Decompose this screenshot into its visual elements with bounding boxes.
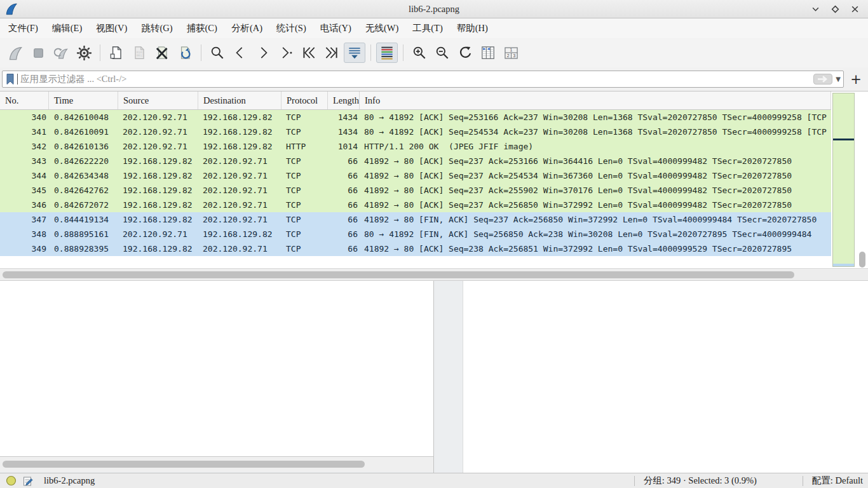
restart-capture-button[interactable] [50,43,72,63]
zoom-out-button[interactable] [431,43,453,63]
menu-item-capture[interactable]: 捕获(C) [180,18,224,38]
vertical-scrollbar-thumb[interactable] [859,252,865,268]
menu-item-file[interactable]: 文件(F) [1,18,45,38]
column-header-info[interactable]: Info [360,92,831,109]
svg-text:3: 3 [513,53,515,58]
menu-item-telephony[interactable]: 电话(Y) [313,18,358,38]
go-to-packet-icon [278,44,294,61]
packet-row[interactable]: 3470.844419134192.168.129.82202.120.92.7… [0,212,831,227]
packet-info: 41892 → 80 [ACK] Seq=237 Ack=255902 Win=… [360,183,831,198]
capture-comment-icon[interactable] [23,475,34,487]
pane-layout-icon: 123 [503,44,520,62]
zoom-reset-button[interactable] [454,43,476,63]
start-capture-button[interactable] [4,43,26,63]
column-header-protocol[interactable]: Protocol [281,92,328,109]
close-file-button[interactable] [151,43,173,63]
packet-time: 0.842672072 [49,198,118,212]
menu-item-analyze[interactable]: 分析(A) [224,18,269,38]
packet-row[interactable]: 3440.842634348192.168.129.82202.120.92.7… [0,168,831,183]
packet-destination: 202.120.92.71 [198,168,281,183]
packet-source: 192.168.129.82 [118,168,198,183]
bookmark-icon[interactable] [6,73,15,85]
packet-no: 340 [0,110,49,125]
column-header-no[interactable]: No. [0,92,49,109]
column-header-source[interactable]: Source [118,92,198,109]
last-packet-icon [323,44,340,61]
details-hscrollbar-thumb[interactable] [3,461,365,468]
close-icon[interactable] [850,4,859,13]
intelligent-scrollbar-map[interactable] [832,93,855,267]
packet-details-pane[interactable] [0,281,433,457]
go-last-packet-button[interactable] [321,43,342,63]
packet-destination: 192.168.129.82 [198,125,281,139]
packet-info: 80 → 41892 [FIN, ACK] Seq=256850 Ack=238… [360,227,831,241]
packet-row[interactable]: 3430.842622220192.168.129.82202.120.92.7… [0,154,831,168]
packet-row[interactable]: 3450.842642762192.168.129.82202.120.92.7… [0,183,831,198]
display-filter-input[interactable]: 应用显示过滤器 ... <Ctrl-/> ▼ [2,71,844,88]
expert-info-icon[interactable] [6,475,17,486]
apply-filter-icon[interactable] [813,74,832,85]
packet-info: 80 → 41892 [ACK] Seq=253166 Ack=237 Win=… [360,110,831,125]
detail-panes [0,281,868,473]
column-header-destination[interactable]: Destination [198,92,281,109]
hscrollbar-thumb[interactable] [3,271,794,278]
menu-item-help[interactable]: 帮助(H) [450,18,495,38]
status-profile[interactable]: 配置: Default [812,475,863,487]
packet-row[interactable]: 3460.842672072192.168.129.82202.120.92.7… [0,198,831,212]
menu-item-tools[interactable]: 工具(T) [405,18,450,38]
save-file-button[interactable]: 01010011 [128,43,150,63]
packet-info: 41892 → 80 [ACK] Seq=237 Ack=256850 Win=… [360,198,831,212]
menu-item-statistics[interactable]: 统计(S) [269,18,313,38]
packet-row[interactable]: 3490.888928395192.168.129.82202.120.92.7… [0,241,831,256]
column-header-length[interactable]: Length [328,92,360,109]
toolbar-separator [100,44,100,61]
zoom-in-button[interactable] [409,43,430,63]
colorize-packets-button[interactable] [376,43,398,63]
wireshark-fin-icon [7,44,24,62]
zoom-in-icon [411,44,428,61]
column-header-time[interactable]: Time [49,92,118,109]
menu-item-view[interactable]: 视图(V) [89,18,134,38]
packet-row[interactable]: 3400.842610048202.120.92.71192.168.129.8… [0,110,831,125]
capture-options-button[interactable] [73,43,95,63]
window-title: lib6-2.pcapng [0,4,868,15]
packet-protocol: TCP [281,125,328,139]
minimize-icon[interactable] [811,4,820,13]
menu-item-wireless[interactable]: 无线(W) [358,18,405,38]
go-forward-button[interactable] [252,43,274,63]
packet-row[interactable]: 3420.842610136202.120.92.71192.168.129.8… [0,139,831,154]
svg-text:0011: 0011 [137,53,144,57]
find-packet-button[interactable] [207,43,228,63]
reload-file-button[interactable] [174,43,196,63]
go-to-packet-button[interactable] [275,43,297,63]
go-back-button[interactable] [229,43,251,63]
packet-row[interactable]: 3480.888895161202.120.92.71192.168.129.8… [0,227,831,241]
add-filter-button[interactable]: + [848,72,864,87]
packet-source: 202.120.92.71 [118,227,198,241]
open-file-button[interactable] [105,43,127,63]
details-hscrollbar[interactable] [0,457,433,472]
packet-no: 345 [0,183,49,198]
pane-splitter[interactable] [434,281,463,473]
packet-length: 66 [328,212,360,227]
packet-list-hscrollbar[interactable] [0,268,868,281]
pane-layout-button[interactable]: 123 [500,43,522,63]
packet-bytes-pane[interactable] [463,281,868,473]
stop-capture-button[interactable] [27,43,49,63]
forward-arrow-icon [255,44,271,61]
packet-time: 0.888895161 [49,227,118,241]
close-file-icon [154,44,170,61]
packet-row[interactable]: 3410.842610091202.120.92.71192.168.129.8… [0,125,831,139]
maximize-icon[interactable] [831,4,839,13]
packet-no: 344 [0,168,49,183]
auto-scroll-button[interactable] [344,43,365,63]
menu-item-edit[interactable]: 编辑(E) [45,18,90,38]
packet-source: 192.168.129.82 [118,154,198,168]
filter-dropdown-icon[interactable]: ▼ [836,76,841,83]
packet-protocol: TCP [281,227,328,241]
menu-item-go[interactable]: 跳转(G) [134,18,179,38]
resize-columns-button[interactable] [477,43,499,63]
packet-source: 192.168.129.82 [118,198,198,212]
go-first-packet-button[interactable] [298,43,320,63]
filter-placeholder: 应用显示过滤器 ... <Ctrl-/> [20,73,810,85]
